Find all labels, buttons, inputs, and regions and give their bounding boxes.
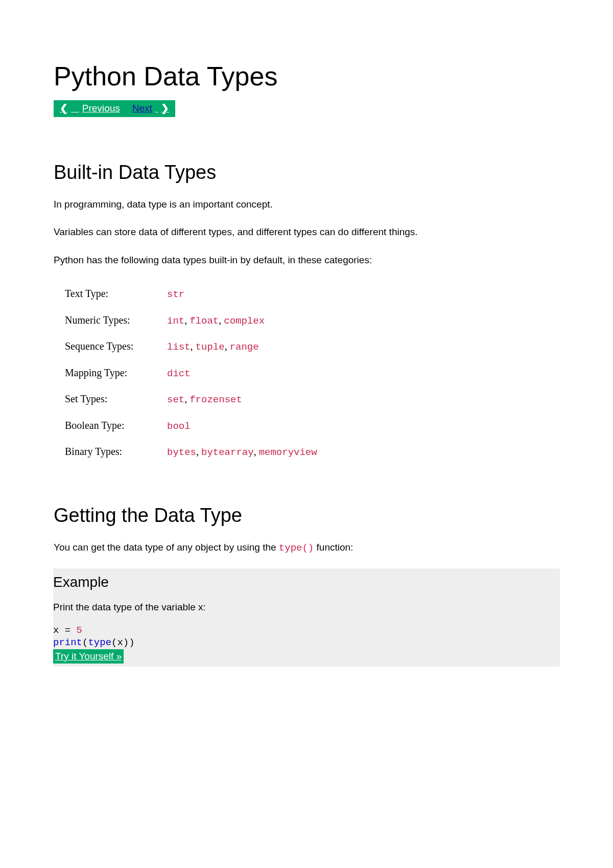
data-types-table: Text Type:strNumeric Types:int, float, c… [65,281,571,465]
section-heading-getting: Getting the Data Type [54,501,559,530]
paragraph: In programming, data type is an importan… [54,197,559,212]
example-description: Print the data type of the variable x: [53,600,560,615]
type-values: set, frozenset [167,386,571,413]
table-row: Set Types:set, frozenset [65,386,571,413]
type-values: dict [167,360,571,386]
type-category-label: Sequence Types: [65,333,167,360]
type-name: memoryview [259,447,317,458]
type-values: list, tuple, range [167,333,571,360]
chevron-right-icon: ❯ [158,102,172,115]
type-values: bool [167,413,571,439]
type-values: int, float, complex [167,307,571,334]
type-name: bool [167,421,191,432]
type-name: tuple [196,341,225,353]
type-name: set [167,394,184,405]
table-row: Text Type:str [65,281,571,307]
table-row: Sequence Types:list, tuple, range [65,333,571,360]
type-name: dict [167,368,191,379]
table-row: Numeric Types:int, float, complex [65,307,571,334]
section-heading-builtin: Built-in Data Types [54,158,559,187]
type-name: bytes [167,447,196,458]
type-category-label: Binary Types: [65,439,167,465]
next-button[interactable]: Next ❯ [126,100,175,117]
type-category-label: Set Types: [65,386,167,413]
type-name: float [190,315,219,327]
type-name: list [167,341,191,353]
example-heading: Example [53,572,560,593]
type-category-label: Numeric Types: [65,307,167,334]
previous-button[interactable]: ❮ Previous [54,100,126,117]
table-row: Mapping Type:dict [65,360,571,386]
nav-buttons: ❮ PreviousNext ❯ [54,100,175,117]
paragraph: Python has the following data types buil… [54,253,559,268]
type-values: bytes, bytearray, memoryview [167,439,571,465]
type-name: int [167,315,184,327]
example-box: Example Print the data type of the varia… [53,568,560,667]
chevron-left-icon: ❮ [57,102,71,115]
type-name: complex [224,315,265,327]
try-it-button[interactable]: Try it Yourself » [53,649,124,664]
code-block: x = 5 print(type(x)) [53,624,560,649]
page-title: Python Data Types [54,56,559,96]
type-category-label: Boolean Type: [65,413,167,439]
type-name: str [167,289,184,300]
table-row: Binary Types:bytes, bytearray, memoryvie… [65,439,571,465]
type-name: range [230,341,259,353]
type-values: str [167,281,571,307]
type-name: frozenset [190,394,242,405]
type-name: bytearray [201,447,254,458]
paragraph: You can get the data type of any object … [54,540,559,556]
type-category-label: Mapping Type: [65,360,167,386]
table-row: Boolean Type:bool [65,413,571,439]
type-category-label: Text Type: [65,281,167,307]
paragraph: Variables can store data of different ty… [54,225,559,240]
code-inline: type() [279,542,314,554]
